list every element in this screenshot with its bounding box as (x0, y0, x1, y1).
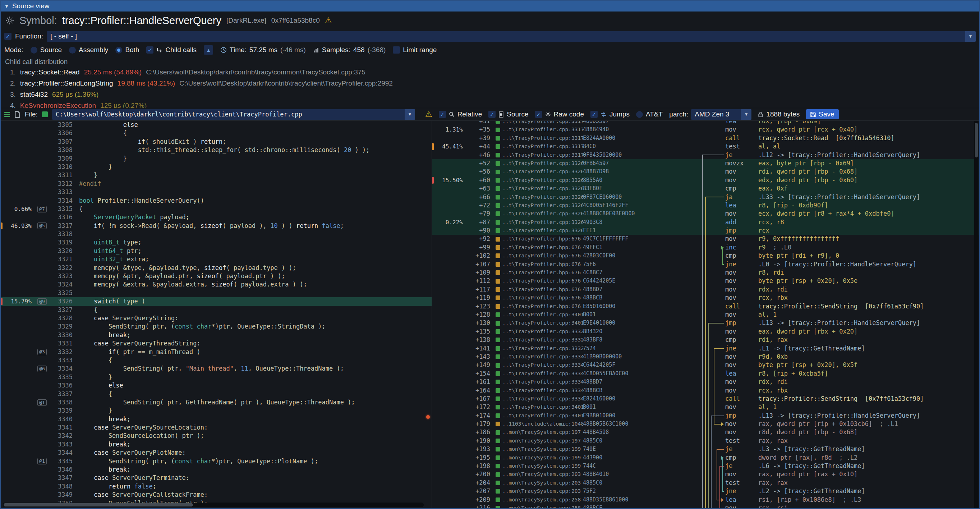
source-checkbox[interactable]: ✓ Source (488, 110, 528, 118)
radio-icon[interactable] (636, 111, 643, 118)
asm-row[interactable]: +141..t\TracyProfiler.cpp:33327524jne.L1… (432, 344, 979, 353)
source-line[interactable]: 3311 } (1, 171, 431, 180)
source-line[interactable]: 3344 case ServerQueryPlotName: (1, 449, 431, 457)
source-line[interactable]: 3314bool Profiler::HandleServerQuery() (1, 197, 431, 205)
jumps-checkbox[interactable]: ✓ Jumps (590, 110, 630, 118)
source-line[interactable]: @13345 SendString( ptr, (const char*)ptr… (1, 457, 431, 466)
source-line[interactable]: 3319 uint8_t type; (1, 238, 431, 247)
asm-row[interactable]: +179..1103\include\atomic:1048488B05B63C… (432, 420, 979, 428)
asm-row[interactable]: +193..mon\TracySystem.cpp:199740Eje.L3 -… (432, 445, 979, 453)
chevron-down-icon[interactable]: ▼ (741, 109, 751, 120)
asm-row[interactable]: +216..mon\TracySystem.cpp:258488BCEmovrc… (432, 504, 979, 508)
scrollbar-thumb[interactable] (3, 503, 193, 506)
asm-row[interactable]: +123..t\TracyProfiler.hpp:676E850160000c… (432, 302, 979, 310)
asm-row[interactable]: +99..t\TracyProfiler.hpp:67649FFC1incr9 … (432, 243, 979, 251)
source-line[interactable]: 3320 uint64_t ptr; (1, 247, 431, 255)
source-line[interactable]: 3306 { (1, 129, 431, 137)
checkbox-icon[interactable]: ✓ (439, 111, 446, 118)
asm-row[interactable]: +164..t\TracyProfiler.cpp:3334488BCBmovr… (432, 387, 979, 395)
source-line[interactable]: @33332 if( ptr == m_mainThread ) (1, 348, 431, 356)
source-line[interactable]: 3321 uint32_t extra; (1, 255, 431, 264)
source-line[interactable]: 3324 memcpy( &extra, &payload.extra, siz… (1, 280, 431, 289)
asm-row[interactable]: +117..t\TracyProfiler.hpp:676488BD7movrd… (432, 285, 979, 294)
chevron-down-icon[interactable]: ▼ (405, 109, 415, 120)
radio-icon[interactable] (115, 47, 122, 54)
source-line[interactable]: 15.79%@93326 switch( type ) (1, 297, 431, 305)
asm-row[interactable]: +119..t\TracyProfiler.hpp:676488BCBmovrc… (432, 294, 979, 302)
raw-code-checkbox[interactable]: ✓ Raw code (535, 110, 584, 118)
checkbox-icon[interactable]: ✓ (146, 46, 153, 54)
asm-row[interactable]: +138..t\TracyProfiler.cpp:3332483BF8cmpr… (432, 336, 979, 344)
source-line[interactable]: 3336 else (1, 382, 431, 390)
source-line[interactable]: 3347 case ServerQueryTerminate: (1, 474, 431, 482)
asm-row[interactable]: +92..t\TracyProfiler.hpp:67649C7C1FFFFFF… (432, 235, 979, 243)
propagate-up-button[interactable]: ▲ (204, 45, 213, 55)
checkbox-icon[interactable]: ✓ (488, 111, 496, 118)
source-line[interactable]: 3308 std::this_thread::sleep_for( std::c… (1, 146, 431, 154)
source-line[interactable]: 3343 break; (1, 441, 431, 449)
limit-range-checkbox[interactable]: Limit range (393, 46, 437, 54)
asm-row[interactable]: +52..t\TracyProfiler.cpp:33260FB64597mov… (432, 159, 979, 167)
asm-row[interactable]: +149..t\TracyProfiler.cpp:3334C64424205F… (432, 361, 979, 369)
source-line[interactable]: 3340 break; (1, 415, 431, 423)
source-line[interactable]: 3307 if( shouldExit ) return; (1, 138, 431, 146)
save-button[interactable]: Save (806, 109, 838, 119)
asm-row[interactable]: +31..t\TracyProfiler.cpp:3317488D5597lea… (432, 121, 979, 126)
source-line[interactable]: 3322 memcpy( &type, &payload.type, sizeo… (1, 264, 431, 272)
source-line[interactable]: 3329 SendString( ptr, (const char*)ptr, … (1, 323, 431, 331)
collapse-icon[interactable]: ▼ (4, 3, 9, 9)
asm-row[interactable]: +198..mon\TracySystem.cpp:199744Cje.L6 -… (432, 462, 979, 470)
child-call-row[interactable]: 4.KeSynchronizeExecution125 µs (0.27%) (5, 100, 975, 108)
horizontal-scrollbar[interactable] (3, 503, 424, 507)
uarch-select[interactable]: AMD Zen 3 ▼ (691, 109, 751, 120)
child-calls-checkbox[interactable]: ✓ Child calls (146, 46, 197, 54)
asm-row[interactable]: +107..t\TracyProfiler.hpp:67675F6jne.L0 … (432, 260, 979, 269)
asm-row[interactable]: +154..t\TracyProfiler.cpp:33344C8D055FBA… (432, 369, 979, 378)
child-call-row[interactable]: 3.stat64i32625 µs (1.36%) (5, 89, 975, 100)
asm-row[interactable]: +39..t\TracyProfiler.cpp:3317E824AA0000c… (432, 134, 979, 142)
asm-row[interactable]: +143..t\TracyProfiler.cpp:333441B90B0000… (432, 353, 979, 361)
asm-row[interactable]: 15.50%+60..t\TracyProfiler.cpp:33268B55A… (432, 176, 979, 185)
checkbox-icon[interactable] (393, 46, 400, 54)
source-line[interactable]: 3325 (1, 289, 431, 297)
radio-icon[interactable] (69, 47, 76, 54)
source-line[interactable]: 3339 } (1, 407, 431, 415)
source-files-icon[interactable] (4, 112, 10, 117)
relative-checkbox[interactable]: ✓ Relative (439, 110, 482, 118)
source-line[interactable]: 0.66%@73315{ (1, 205, 431, 213)
asm-row[interactable]: +109..t\TracyProfiler.hpp:6764C8BC7movr8… (432, 269, 979, 277)
asm-row[interactable]: +128..t\TracyProfiler.cpp:3401B001moval,… (432, 310, 979, 319)
asm-row[interactable]: +112..t\TracyProfiler.hpp:676C64424205Em… (432, 277, 979, 285)
mode-radio-both[interactable]: Both (115, 46, 139, 54)
asm-row[interactable]: +63..t\TracyProfiler.cpp:332683F80Fcmpea… (432, 185, 979, 192)
source-line[interactable]: @63334 SendString( ptr, "Main thread", 1… (1, 364, 431, 373)
source-line[interactable]: 3333 { (1, 356, 431, 364)
radio-icon[interactable] (30, 47, 37, 54)
asm-row[interactable]: +102..t\TracyProfiler.hpp:67642803C0F00c… (432, 251, 979, 260)
mode-radio-assembly[interactable]: Assembly (69, 46, 108, 54)
source-line[interactable]: 3335 } (1, 373, 431, 382)
source-line[interactable]: 3337 { (1, 390, 431, 398)
source-line[interactable]: 3316 ServerQueryPacket payload; (1, 213, 431, 221)
asm-row[interactable]: +66..t\TracyProfiler.cpp:33260F87CE06000… (432, 193, 979, 201)
checkbox-icon[interactable]: ✓ (535, 111, 542, 118)
checkbox-icon[interactable]: ✓ (590, 111, 598, 118)
asm-row[interactable]: +186..mon\TracySystem.cpp:197448B4598mov… (432, 428, 979, 436)
scrollbar-thumb[interactable] (975, 123, 978, 157)
source-line[interactable]: 3310 } (1, 163, 431, 171)
assembly-panel[interactable]: +31..t\TracyProfiler.cpp:3317488D5597lea… (432, 121, 979, 508)
asm-row[interactable]: +174..t\TracyProfiler.cpp:3401E9B8010000… (432, 412, 979, 420)
source-line[interactable]: 3346 break; (1, 466, 431, 474)
source-line[interactable]: @13338 SendString( ptr, GetThreadName( p… (1, 398, 431, 407)
asm-row[interactable]: +135..t\TracyProfiler.cpp:33328B4320move… (432, 328, 979, 336)
asm-row[interactable]: +190..mon\TracySystem.cpp:1974885C0testr… (432, 437, 979, 445)
vertical-scrollbar[interactable] (974, 121, 978, 508)
child-call-row[interactable]: 1.tracy::Socket::Read25.25 ms (54.89%)C:… (5, 67, 975, 78)
asm-row[interactable]: +56..t\TracyProfiler.cpp:3326488B7D98mov… (432, 167, 979, 176)
asm-row[interactable]: +209..mon\TracySystem.cpp:258488D35E8861… (432, 496, 979, 504)
asm-row[interactable]: +72..t\TracyProfiler.cpp:33264C8D05F146F… (432, 201, 979, 210)
source-line[interactable]: 3328 case ServerQueryString: (1, 314, 431, 323)
source-line[interactable]: 3313 (1, 188, 431, 196)
source-panel[interactable]: 3305 else3306 {3307 if( shouldExit ) ret… (1, 121, 432, 508)
asm-row[interactable]: +161..t\TracyProfiler.cpp:3334488BD7movr… (432, 378, 979, 386)
